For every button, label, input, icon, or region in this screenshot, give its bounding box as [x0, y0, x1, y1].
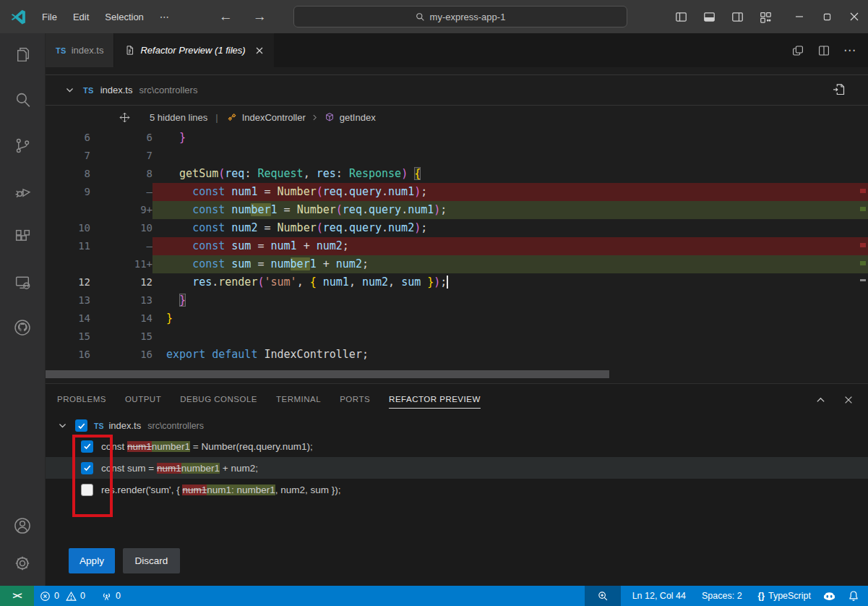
back-arrow-icon[interactable]: ←: [219, 9, 233, 25]
close-window-icon[interactable]: [841, 0, 868, 33]
panel-tab-terminal[interactable]: TERMINAL: [276, 391, 321, 409]
notifications-status[interactable]: [842, 586, 868, 606]
source-control-icon[interactable]: [13, 136, 32, 155]
copilot-icon: [822, 591, 836, 602]
minimize-icon[interactable]: [786, 0, 813, 33]
code-line: 66 }: [46, 129, 868, 147]
diff-file-header[interactable]: TS index.ts src\controllers: [46, 74, 868, 106]
problems-status[interactable]: 0 0: [34, 586, 91, 606]
menu-edit[interactable]: Edit: [65, 12, 97, 22]
remote-explorer-icon[interactable]: [13, 273, 32, 291]
ports-radio-icon: [101, 591, 112, 602]
command-center-search[interactable]: my-express-app-1: [293, 6, 627, 27]
ts-file-icon: TS: [56, 46, 66, 55]
change-checkbox[interactable]: [81, 484, 93, 496]
code-line-text: const sum = number1 + num2;: [152, 255, 868, 273]
cursor-position[interactable]: Ln 12, Col 44: [627, 586, 692, 606]
code-editor[interactable]: 66 }7788 getSum(req: Request, res: Respo…: [46, 129, 868, 364]
forward-arrow-icon[interactable]: →: [253, 9, 267, 25]
file-checkbox[interactable]: [75, 419, 87, 432]
panel-tab-ports[interactable]: PORTS: [340, 391, 370, 409]
ruler-ins-mark: [860, 207, 866, 211]
panel-tab-problems[interactable]: PROBLEMS: [57, 391, 106, 409]
refactor-change-row[interactable]: res.render('sum', { num1num1: number1, n…: [46, 479, 868, 500]
gutter-modified-line-number: 7: [90, 147, 152, 165]
go-to-file-icon[interactable]: [831, 82, 846, 97]
method-icon: [324, 111, 335, 123]
code-line: 88 getSum(req: Request, res: Response) {: [46, 165, 868, 183]
gutter-original-line-number: 13: [46, 291, 90, 310]
overview-ruler[interactable]: [858, 67, 868, 383]
github-icon[interactable]: [13, 318, 32, 337]
extensions-icon[interactable]: [13, 227, 32, 246]
more-actions-icon[interactable]: ⋯: [843, 43, 856, 58]
panel-actions: [815, 395, 868, 406]
gutter-modified-line-number: 6: [90, 129, 152, 147]
search-sidebar-icon[interactable]: [13, 90, 32, 109]
change-checkbox[interactable]: [81, 440, 93, 453]
hidden-lines-label[interactable]: 5 hidden lines: [150, 112, 207, 123]
close-tab-icon[interactable]: [255, 46, 264, 55]
zoom-status[interactable]: [585, 586, 621, 606]
hidden-lines-bar: 5 hidden lines | IndexController getInde…: [46, 106, 868, 129]
menu-more[interactable]: ⋯: [152, 12, 177, 22]
tab-refactor-preview-1-files-[interactable]: Refactor Preview (1 files): [114, 33, 273, 67]
settings-gear-icon[interactable]: [13, 554, 32, 573]
panel-tab-refactor-preview[interactable]: REFACTOR PREVIEW: [389, 391, 481, 409]
preview-file-icon: [124, 45, 135, 56]
gutter-modified-line-number: 10: [90, 219, 152, 237]
code-line: 1212 res.render('sum', { num1, num2, sum…: [46, 273, 868, 291]
ruler-del-mark: [860, 243, 866, 247]
toggle-secondary-sidebar-icon[interactable]: [731, 10, 744, 24]
menu-file[interactable]: File: [34, 12, 65, 22]
expand-hidden-lines-icon[interactable]: [119, 111, 131, 124]
breadcrumb-method[interactable]: getIndex: [324, 111, 376, 123]
search-text: my-express-app-1: [430, 12, 506, 22]
apply-button[interactable]: Apply: [69, 548, 115, 573]
refactor-change-row[interactable]: const sum = num1number1 + num2;: [46, 457, 868, 479]
horizontal-scrollbar[interactable]: [46, 370, 609, 378]
tab-index-ts[interactable]: TSindex.ts: [46, 33, 114, 67]
chevron-down-icon[interactable]: [65, 85, 74, 95]
forwarded-ports-status[interactable]: 0: [95, 586, 126, 606]
remote-indicator[interactable]: ><: [0, 586, 34, 606]
diff-file-path: src\controllers: [139, 85, 197, 95]
change-checkbox[interactable]: [81, 462, 93, 474]
menu-selection[interactable]: Selection: [97, 12, 151, 22]
breadcrumb-class[interactable]: IndexController: [226, 111, 306, 123]
maximize-icon[interactable]: [813, 0, 841, 33]
chevron-down-icon[interactable]: [58, 421, 69, 430]
explorer-icon[interactable]: [13, 45, 32, 64]
code-line: 9– const num1 = Number(req.query.num1);: [46, 183, 868, 201]
code-line-text: const sum = num1 + num2;: [152, 237, 868, 255]
gutter-original-line-number: [46, 201, 90, 219]
code-line-text: }: [152, 310, 868, 328]
customize-layout-icon[interactable]: [759, 10, 773, 24]
copilot-status[interactable]: [817, 586, 842, 606]
tab-label: Refactor Preview (1 files): [140, 45, 245, 56]
discard-button[interactable]: Discard: [123, 548, 180, 573]
panel-tab-debug-console[interactable]: DEBUG CONSOLE: [180, 391, 257, 409]
toggle-sidebar-icon[interactable]: [674, 10, 688, 24]
indentation-status[interactable]: Spaces: 2: [696, 586, 748, 606]
close-panel-icon[interactable]: [843, 395, 854, 405]
language-status[interactable]: {} TypeScript: [752, 586, 817, 606]
run-debug-icon[interactable]: [13, 182, 32, 200]
split-editor-icon[interactable]: [817, 44, 830, 57]
open-changes-icon[interactable]: [791, 44, 804, 57]
accounts-icon[interactable]: [13, 516, 32, 535]
tree-file-row[interactable]: TS index.ts src\controllers: [46, 416, 868, 435]
gutter-original-line-number: 6: [46, 129, 90, 147]
gutter-modified-line-number: 9+: [90, 201, 152, 219]
diff-file-name: index.ts: [100, 85, 133, 95]
maximize-panel-icon[interactable]: [815, 395, 826, 406]
vscode-logo-icon: [9, 8, 27, 25]
gutter-modified-line-number: –: [90, 237, 152, 255]
refactor-change-row[interactable]: const num1number1 = Number(req.query.num…: [46, 435, 868, 457]
panel-tab-output[interactable]: OUTPUT: [125, 391, 161, 409]
separator: |: [215, 112, 218, 123]
activity-bar: [0, 33, 46, 586]
vscode-window: FileEditSelection⋯ ← → my-express-app-1: [0, 0, 868, 606]
toggle-panel-icon[interactable]: [702, 10, 716, 24]
diff-editor[interactable]: TS index.ts src\controllers 5 hidden lin…: [46, 67, 868, 383]
